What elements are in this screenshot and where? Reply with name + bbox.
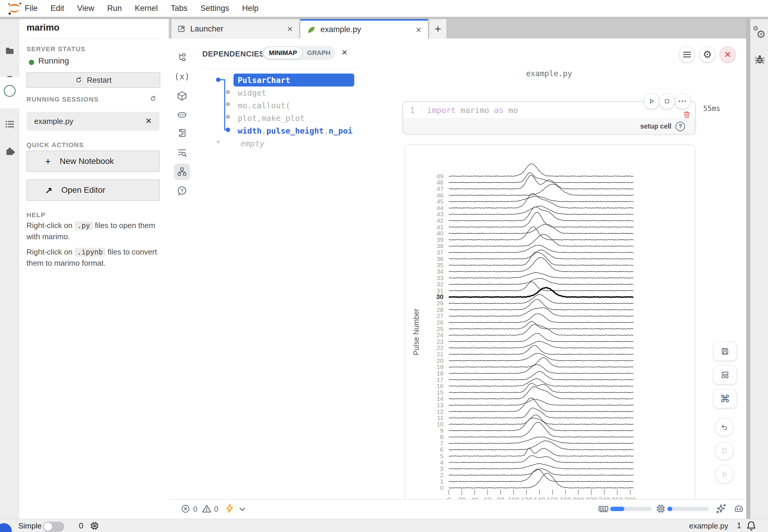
svg-text:20: 20 <box>437 357 443 364</box>
command-icon: ⌘ <box>720 393 730 405</box>
file-explorer-icon[interactable] <box>177 52 187 63</box>
packages-cube-icon[interactable] <box>177 91 187 101</box>
vertical-scrollbar[interactable] <box>746 19 750 519</box>
command-palette-button[interactable]: ⌘ <box>714 389 737 408</box>
variables-icon[interactable]: (x) <box>173 72 191 82</box>
menu-item-run[interactable]: Run <box>107 4 122 13</box>
play-icon <box>648 98 655 105</box>
chevron-down-icon[interactable] <box>239 506 246 513</box>
extensions-puzzle-icon[interactable] <box>4 146 15 157</box>
menu-item-edit[interactable]: Edit <box>51 4 64 13</box>
interrupt-button[interactable] <box>715 442 734 460</box>
sidebar-title: marimo <box>26 22 59 33</box>
tree-node[interactable]: empty <box>234 137 354 150</box>
errors-icon[interactable] <box>180 504 190 514</box>
tree-node[interactable]: mo.callout( <box>234 99 354 112</box>
notebook-tool-strip: (x) ? <box>169 39 196 499</box>
debugger-bug-icon[interactable] <box>754 54 766 65</box>
ipynb-extension-chip: .ipynb <box>74 248 105 257</box>
logs-search-icon[interactable] <box>177 147 187 158</box>
tab-example[interactable]: example.py × <box>300 19 428 39</box>
toggle-minimap[interactable]: MINIMAP <box>264 47 302 59</box>
launcher-icon <box>177 25 185 33</box>
file-browser-icon[interactable] <box>4 46 15 56</box>
svg-text:37: 37 <box>437 249 443 256</box>
svg-text:46: 46 <box>437 192 443 199</box>
dependencies-graph-icon[interactable] <box>177 167 187 177</box>
marimo-ring-icon[interactable] <box>3 84 16 98</box>
toggle-graph[interactable]: GRAPH <box>302 49 335 57</box>
menu-item-file[interactable]: File <box>25 4 38 13</box>
tree-node[interactable]: width , pulse_height , n_poi <box>234 124 354 137</box>
menu-item-view[interactable]: View <box>77 4 94 13</box>
scratchpad-scroll-icon[interactable] <box>177 128 187 138</box>
svg-text:36: 36 <box>437 255 443 262</box>
simple-mode-label: Simple <box>18 521 41 531</box>
tree-node-selected[interactable]: PulsarChart <box>234 74 354 87</box>
kernel-count: 0 <box>79 521 83 531</box>
svg-text:40: 40 <box>471 496 478 499</box>
tab-launcher[interactable]: Launcher × <box>171 19 300 39</box>
svg-text:26: 26 <box>437 319 443 326</box>
bell-icon[interactable] <box>746 520 757 531</box>
copilot-icon[interactable] <box>733 503 744 514</box>
kernel-cpu-icon[interactable] <box>89 521 99 531</box>
svg-text:33: 33 <box>437 275 443 281</box>
statusbar-filename[interactable]: example.py <box>689 521 728 531</box>
svg-text:38: 38 <box>437 242 443 249</box>
delete-cell-trash-icon[interactable] <box>682 110 691 119</box>
svg-text:43: 43 <box>437 211 443 217</box>
svg-text:180: 180 <box>560 496 571 499</box>
menu-item-help[interactable]: Help <box>242 4 259 13</box>
save-button[interactable] <box>714 342 737 361</box>
toggle-knob <box>44 523 52 531</box>
new-tab-button[interactable]: + <box>429 19 447 39</box>
cell-more-button[interactable]: ··· <box>675 93 691 109</box>
svg-text:14: 14 <box>437 395 444 402</box>
layout-button[interactable] <box>714 365 737 384</box>
cell-code[interactable]: import marimo as mo <box>427 106 518 115</box>
stop-cell-button[interactable] <box>659 93 675 109</box>
simple-mode-toggle[interactable] <box>43 522 64 532</box>
ai-bot-icon[interactable] <box>177 109 187 120</box>
setup-help-icon[interactable]: ? <box>676 122 685 131</box>
menu-item-kernel[interactable]: Kernel <box>135 4 158 13</box>
refresh-sessions-icon[interactable] <box>149 95 157 102</box>
dots-icon: ··· <box>679 97 687 106</box>
svg-text:8: 8 <box>440 433 443 440</box>
tree-node[interactable]: widget <box>234 87 354 99</box>
svg-text:280: 280 <box>625 496 636 499</box>
menu-item-tabs[interactable]: Tabs <box>171 4 187 13</box>
svg-text:240: 240 <box>599 496 610 499</box>
session-item[interactable]: example.py × <box>26 112 159 131</box>
restart-button[interactable]: Restart <box>26 72 160 88</box>
open-editor-button[interactable]: ↗ Open Editor <box>26 179 159 201</box>
notebook-settings-button[interactable]: ⚙ <box>699 46 715 62</box>
svg-text:29: 29 <box>437 300 443 307</box>
new-notebook-label: New Notebook <box>60 157 114 166</box>
save-floppy-icon <box>721 347 729 356</box>
warnings-icon[interactable] <box>202 503 212 514</box>
sidebar-panel: marimo SERVER STATUS Running Restart RUN… <box>19 19 169 519</box>
ai-sparkle-icon[interactable] <box>715 503 727 514</box>
session-close-icon[interactable]: × <box>146 115 151 126</box>
chart-output: Pulse Number4948474645444342414039383736… <box>405 144 696 499</box>
help-icon[interactable]: ? <box>177 186 187 196</box>
shutdown-button[interactable]: × <box>720 46 736 62</box>
dependency-tree: PulsarChartwidgetmo.callout(plot , make_… <box>234 74 354 150</box>
run-mode-bolt-icon[interactable] <box>225 503 235 514</box>
tree-node[interactable]: plot , make_plot <box>234 112 354 124</box>
dependencies-close-icon[interactable]: × <box>342 47 348 57</box>
svg-text:32: 32 <box>437 281 443 287</box>
run-all-button[interactable] <box>715 465 734 483</box>
new-notebook-button[interactable]: + New Notebook <box>26 151 159 172</box>
tab-launcher-close-icon[interactable]: × <box>287 24 293 34</box>
tab-example-close-icon[interactable]: × <box>416 25 421 34</box>
menu-item-settings[interactable]: Settings <box>201 4 230 13</box>
undo-button[interactable] <box>715 418 734 436</box>
run-cell-button[interactable] <box>644 93 660 109</box>
svg-text:0: 0 <box>440 484 443 491</box>
open-editor-label: Open Editor <box>61 185 105 195</box>
notebook-menu-button[interactable] <box>679 46 695 62</box>
table-of-contents-icon[interactable] <box>5 119 15 129</box>
